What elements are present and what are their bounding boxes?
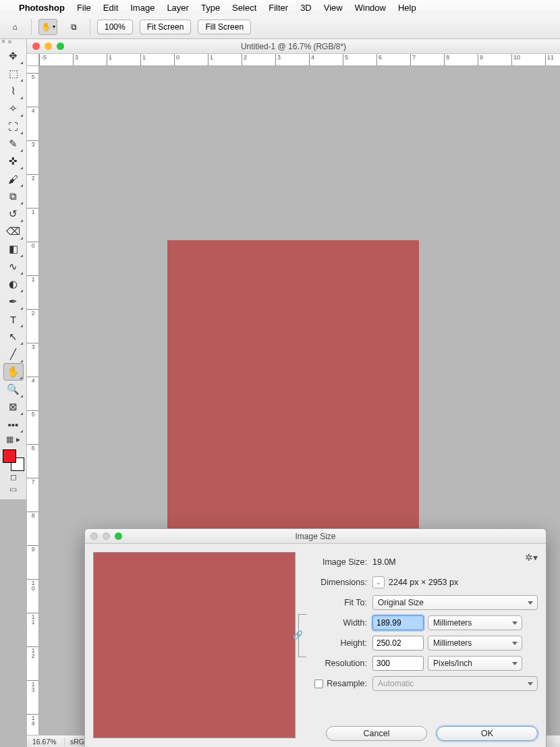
dialog-preview[interactable]	[93, 552, 296, 738]
foreground-color-swatch[interactable]	[3, 449, 16, 463]
gradient-tool[interactable]: ◧	[3, 240, 24, 258]
edit-toolbar-icon[interactable]: ▦ ▸	[4, 433, 23, 445]
ruler-origin[interactable]	[27, 54, 39, 66]
move-tool[interactable]: ✥	[3, 47, 24, 65]
pen-tool[interactable]: ✒	[3, 293, 24, 310]
height-label: Height:	[308, 638, 372, 648]
resolution-label: Resolution:	[308, 659, 372, 668]
menu-view[interactable]: View	[324, 3, 343, 13]
collapse-panel-icon[interactable]: «	[8, 38, 12, 45]
hand-tool-icon[interactable]: ✋▾	[38, 19, 57, 35]
magic-wand-tool[interactable]: ✧	[3, 100, 24, 117]
dimensions-label: Dimensions:	[308, 578, 372, 587]
image-size-label: Image Size:	[308, 557, 372, 567]
menu-file[interactable]: File	[77, 3, 91, 13]
ok-button[interactable]: OK	[437, 726, 538, 741]
width-unit-select[interactable]: Millimeters	[428, 615, 522, 630]
dialog-titlebar[interactable]: Image Size	[85, 529, 546, 544]
options-bar: ⌂ ✋▾ ⧉ 100% Fit Screen Fill Screen	[0, 15, 560, 39]
home-icon[interactable]: ⌂	[5, 19, 24, 35]
eyedropper-tool[interactable]: ✎	[3, 135, 24, 153]
maximize-window-icon[interactable]	[57, 43, 64, 50]
menu-type[interactable]: Type	[201, 3, 220, 13]
marquee-tool[interactable]: ⬚	[3, 65, 24, 82]
screen-mode-icon[interactable]: ▭	[4, 483, 23, 495]
resample-checkbox[interactable]	[314, 680, 323, 688]
type-tool[interactable]: T	[3, 310, 24, 328]
dimensions-unit-toggle[interactable]: ⌄	[372, 576, 385, 588]
scroll-all-icon[interactable]: ⧉	[64, 19, 83, 35]
image-size-value: 19.0M	[372, 557, 538, 567]
image-size-dialog: Image Size ✲▾ Image Size: 19.0M Dimensio…	[84, 528, 547, 747]
more-tool[interactable]: •••	[3, 416, 24, 433]
document-title: Untitled-1 @ 16.7% (RGB/8*)	[27, 42, 560, 51]
zoom-level[interactable]: 16.67%	[27, 738, 65, 746]
canvas[interactable]	[167, 240, 419, 571]
cancel-button[interactable]: Cancel	[326, 726, 427, 741]
color-swatches[interactable]	[3, 449, 24, 471]
close-window-icon[interactable]	[32, 43, 40, 50]
dialog-close-icon[interactable]	[90, 532, 98, 540]
horizontal-ruler[interactable]: -531101234567891011	[39, 54, 560, 66]
history-brush-tool[interactable]: ↺	[3, 205, 24, 223]
zoom-tool[interactable]: 🔍	[3, 381, 24, 398]
path-tool[interactable]: ↖	[3, 328, 24, 345]
app-menu[interactable]: Photoshop	[19, 3, 65, 13]
brush-tool[interactable]: 🖌	[3, 170, 24, 188]
eraser-tool[interactable]: ⌫	[3, 223, 24, 240]
crop-tool[interactable]: ⛶	[3, 117, 24, 135]
menu-layer[interactable]: Layer	[167, 3, 189, 13]
gear-icon[interactable]: ✲▾	[525, 552, 538, 563]
width-input[interactable]	[372, 615, 424, 630]
hand-tool[interactable]: ✋	[3, 363, 24, 381]
dialog-form: ✲▾ Image Size: 19.0M Dimensions: ⌄ 2244 …	[308, 552, 538, 742]
artboard-tool[interactable]: ⊠	[3, 398, 24, 416]
healing-tool[interactable]: ✜	[3, 153, 24, 170]
fit-to-label: Fit To:	[308, 598, 372, 607]
fit-screen-button[interactable]: Fit Screen	[140, 20, 192, 34]
vertical-ruler[interactable]: 5432101234567891011121314	[27, 66, 39, 735]
quick-mask-icon[interactable]: ◻	[4, 471, 23, 483]
menu-window[interactable]: Window	[355, 3, 386, 13]
stamp-tool[interactable]: ⧉	[3, 188, 24, 205]
resample-label: Resample:	[327, 679, 367, 688]
resolution-input[interactable]	[372, 656, 424, 671]
system-menubar: Photoshop File Edit Image Layer Type Sel…	[0, 0, 560, 15]
document-window: Untitled-1 @ 16.7% (RGB/8*) -53110123456…	[27, 39, 560, 747]
menu-help[interactable]: Help	[398, 3, 416, 13]
close-panel-icon[interactable]: ×	[1, 38, 5, 45]
menu-filter[interactable]: Filter	[269, 3, 288, 13]
menu-select[interactable]: Select	[232, 3, 256, 13]
toolbox: ×« ✥⬚⌇✧⛶✎✜🖌⧉↺⌫◧∿◐✒T↖╱✋🔍⊠••• ▦ ▸ ◻ ▭	[0, 39, 27, 499]
fit-to-select[interactable]: Original Size	[372, 595, 538, 610]
height-unit-select[interactable]: Millimeters	[428, 636, 522, 651]
dodge-tool[interactable]: ◐	[3, 275, 24, 293]
menu-3d[interactable]: 3D	[300, 3, 312, 13]
dimensions-value: 2244 px × 2953 px	[389, 578, 458, 587]
menu-image[interactable]: Image	[130, 3, 155, 13]
resample-select: Automatic	[372, 676, 538, 691]
constrain-proportions-icon[interactable]: 🔗	[293, 630, 303, 640]
lasso-tool[interactable]: ⌇	[3, 82, 24, 100]
width-label: Width:	[308, 618, 372, 628]
dialog-title: Image Size	[85, 532, 546, 541]
blur-tool[interactable]: ∿	[3, 258, 24, 275]
fill-screen-button[interactable]: Fill Screen	[198, 20, 251, 34]
line-tool[interactable]: ╱	[3, 345, 24, 363]
dialog-zoom-icon[interactable]	[115, 532, 122, 540]
dialog-minimize-icon	[103, 532, 110, 540]
minimize-window-icon[interactable]	[45, 43, 52, 50]
resolution-unit-select[interactable]: Pixels/Inch	[428, 656, 522, 671]
menu-edit[interactable]: Edit	[103, 3, 118, 13]
document-titlebar: Untitled-1 @ 16.7% (RGB/8*)	[27, 39, 560, 54]
zoom-100-button[interactable]: 100%	[97, 20, 133, 34]
height-input[interactable]	[372, 636, 424, 651]
